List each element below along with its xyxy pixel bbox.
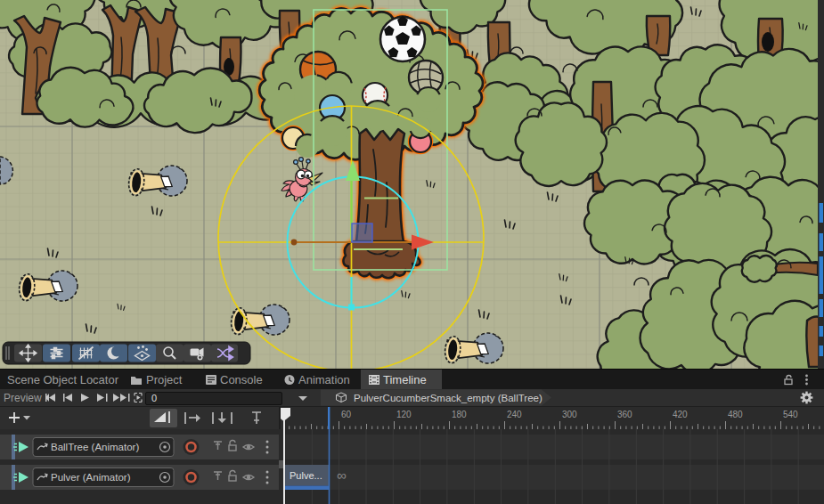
svg-text:Pulve...: Pulve...	[290, 470, 322, 481]
svg-text:420: 420	[673, 410, 688, 419]
svg-text:480: 480	[728, 410, 743, 419]
svg-text:540: 540	[783, 410, 798, 419]
svg-text:300: 300	[562, 410, 577, 419]
svg-text:Pulver (Animator): Pulver (Animator)	[51, 472, 131, 483]
svg-text:∞: ∞	[337, 467, 347, 483]
svg-text:240: 240	[507, 410, 522, 419]
svg-text:180: 180	[452, 410, 467, 419]
svg-text:60: 60	[341, 410, 352, 419]
svg-text:360: 360	[617, 410, 632, 419]
svg-text:PulverCucumberSmack_empty (Bal: PulverCucumberSmack_empty (BallTree)	[354, 393, 543, 403]
svg-text:BallTree (Animator): BallTree (Animator)	[51, 442, 139, 452]
svg-text:120: 120	[396, 410, 412, 419]
